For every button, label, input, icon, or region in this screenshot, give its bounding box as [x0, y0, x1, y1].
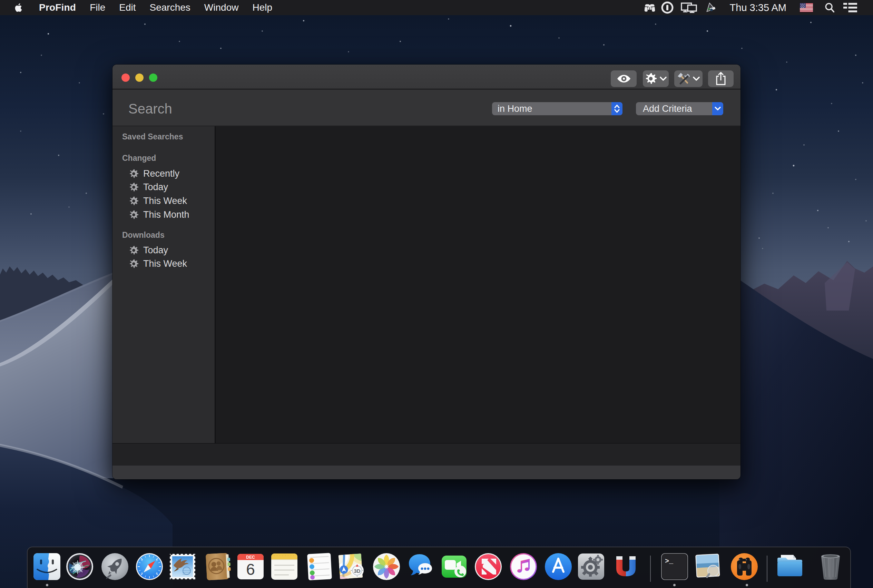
svg-text:6: 6: [246, 560, 255, 578]
svg-text:DEC: DEC: [246, 555, 255, 560]
svg-text:>_: >_: [665, 557, 674, 565]
svg-text:3D: 3D: [354, 568, 360, 574]
